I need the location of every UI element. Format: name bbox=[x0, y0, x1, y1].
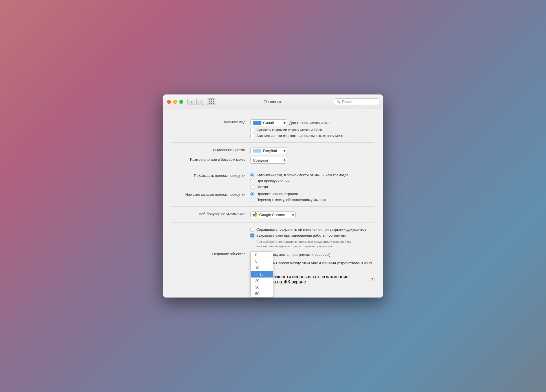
search-box[interactable]: 🔍 Поиск bbox=[334, 98, 379, 105]
browser-chevron[interactable] bbox=[292, 213, 294, 216]
chevron-up-icon bbox=[283, 149, 286, 151]
scrollbars-always-row: Всегда bbox=[250, 185, 348, 189]
dropdown-item-0[interactable]: 0 bbox=[251, 252, 273, 258]
dropdown-item-20[interactable]: 20 bbox=[251, 278, 273, 284]
appearance-section: Внешний вид: Синий Для кнопок, меню и ок… bbox=[171, 115, 375, 143]
font-smoothing-label: По возможности использовать сглаживание … bbox=[257, 274, 368, 285]
scrollbars-always-label: Всегда bbox=[256, 185, 268, 189]
appearance-select[interactable]: Синий bbox=[250, 119, 287, 126]
chevron-up-icon bbox=[283, 159, 286, 160]
dropdown-item-30[interactable]: 30 bbox=[251, 284, 273, 290]
handoff-label-spacer bbox=[171, 261, 250, 261]
recent-objects-description: (документы, программы и серверы) bbox=[270, 252, 330, 257]
scroll-click-spot-radio[interactable] bbox=[250, 198, 254, 202]
scrollbars-controls: Автоматически, в зависимости от мыши или… bbox=[250, 173, 348, 189]
dropdown-list: 0 5 10 ✓ 15 20 30 50 bbox=[250, 251, 273, 297]
ask-save-row: Спрашивать, сохранять ли изменения при з… bbox=[171, 227, 375, 248]
chrome-icon bbox=[252, 212, 257, 217]
preferences-window: ‹ › Основные 🔍 Поиск Внешний вид: bbox=[163, 94, 383, 298]
sidebar-size-controls: Средний bbox=[250, 157, 287, 164]
dropdown-item-10[interactable]: 10 bbox=[251, 265, 273, 271]
scrollbars-auto-label: Автоматически, в зависимости от мыши или… bbox=[256, 173, 348, 177]
misc-section: Спрашивать, сохранять ли изменения при з… bbox=[171, 223, 375, 270]
scroll-click-spot-label: Переход к месту, обозначенному мышью bbox=[256, 198, 326, 202]
dark-menu-row: Сделать темными строку меню и Dock bbox=[250, 128, 345, 132]
close-windows-label: Закрывать окна при завершении работы про… bbox=[256, 233, 346, 237]
titlebar: ‹ › Основные 🔍 Поиск bbox=[163, 94, 383, 109]
grid-icon bbox=[209, 99, 214, 104]
sidebar-chevron[interactable] bbox=[283, 159, 286, 162]
scrollbars-section: Показывать полосы прокрутки: Автоматичес… bbox=[171, 168, 375, 207]
scroll-click-controls: Пролистывание страниц Переход к месту, о… bbox=[250, 192, 326, 202]
appearance-label: Внешний вид: bbox=[171, 119, 250, 124]
highlight-section: Выделение цветом: Голубой Размер значков… bbox=[171, 143, 375, 168]
scrollbars-always-radio[interactable] bbox=[250, 185, 254, 189]
auto-hide-menu-label: Автоматически скрывать и показывать стро… bbox=[256, 134, 345, 138]
recent-objects-label: Недавних объектов: bbox=[171, 251, 250, 256]
chevron-up-icon bbox=[292, 213, 294, 215]
light-blue-swatch bbox=[253, 149, 261, 153]
scroll-click-page-radio[interactable] bbox=[250, 192, 254, 196]
scrollbars-auto-row: Автоматически, в зависимости от мыши или… bbox=[250, 173, 348, 177]
appearance-chevron[interactable] bbox=[283, 122, 286, 124]
search-icon: 🔍 bbox=[336, 100, 341, 104]
dark-menu-label: Сделать темными строку меню и Dock bbox=[256, 128, 322, 132]
grid-view-button[interactable] bbox=[207, 98, 216, 105]
browser-controls: Google Chrome bbox=[250, 211, 296, 218]
minimize-button[interactable] bbox=[173, 100, 177, 104]
scroll-click-label: Нажатие мышью полосы прокрутки: bbox=[171, 192, 250, 197]
close-windows-checkbox[interactable] bbox=[250, 234, 254, 237]
sidebar-size-select[interactable]: Средний bbox=[250, 157, 287, 164]
ask-save-label: Спрашивать, сохранять ли изменения при з… bbox=[256, 227, 366, 232]
sidebar-size-label: Размер значков в боковом меню: bbox=[171, 157, 250, 162]
svg-point-2 bbox=[254, 214, 256, 215]
chevron-down-icon bbox=[292, 215, 294, 216]
handoff-row: Разрешить Handoff между этим Mac и Вашим… bbox=[171, 261, 375, 265]
ask-save-checkbox[interactable] bbox=[250, 228, 254, 232]
highlight-row: Выделение цветом: Голубой bbox=[171, 147, 375, 154]
forward-button[interactable]: › bbox=[196, 99, 204, 105]
browser-section: Веб-браузер по умолчанию: Google Chrome bbox=[171, 207, 375, 223]
scrollbars-auto-radio[interactable] bbox=[250, 173, 254, 177]
highlight-label: Выделение цветом: bbox=[171, 147, 250, 152]
window-title: Основные bbox=[264, 100, 282, 104]
blue-swatch bbox=[253, 121, 261, 125]
chevron-down-icon bbox=[283, 151, 286, 152]
appearance-controls: Синий Для кнопок, меню и окон Сделать те… bbox=[250, 119, 345, 138]
back-button[interactable]: ‹ bbox=[187, 99, 195, 105]
scrollbars-row: Показывать полосы прокрутки: Автоматичес… bbox=[171, 173, 375, 189]
checkmark-icon: ✓ bbox=[255, 272, 258, 276]
appearance-description: Для кнопок, меню и окон bbox=[289, 121, 331, 125]
close-windows-checkbox-row: Закрывать окна при завершении работы про… bbox=[250, 233, 366, 237]
dropdown-item-15[interactable]: ✓ 15 bbox=[251, 271, 273, 278]
browser-label: Веб-браузер по умолчанию: bbox=[171, 211, 250, 216]
scrollbars-scroll-radio[interactable] bbox=[250, 179, 254, 183]
dropdown-item-50[interactable]: 50 bbox=[251, 290, 273, 297]
font-smoothing-row: По возможности использовать сглаживание … bbox=[171, 274, 375, 285]
chevron-down-icon bbox=[283, 160, 286, 162]
chevron-down-icon bbox=[283, 123, 286, 124]
dropdown-item-15-label: 15 bbox=[259, 272, 263, 276]
scrollbars-scroll-row: При прокручивании bbox=[250, 179, 348, 183]
dark-menu-checkbox[interactable] bbox=[250, 128, 254, 132]
search-placeholder: Поиск bbox=[342, 100, 377, 104]
help-button[interactable]: ? bbox=[370, 277, 375, 282]
highlight-value: Голубой bbox=[263, 149, 282, 153]
recent-objects-row: Недавних объектов: 15 (документы, програ… bbox=[171, 251, 375, 258]
maximize-button[interactable] bbox=[179, 100, 183, 104]
auto-hide-menu-checkbox[interactable] bbox=[250, 134, 254, 138]
content-area: Внешний вид: Синий Для кнопок, меню и ок… bbox=[163, 109, 383, 298]
browser-value: Google Chrome bbox=[259, 213, 290, 217]
appearance-value: Синий bbox=[263, 121, 282, 125]
highlight-select[interactable]: Голубой bbox=[250, 147, 287, 154]
close-button[interactable] bbox=[167, 100, 171, 104]
highlight-chevron[interactable] bbox=[283, 149, 286, 152]
browser-row: Веб-браузер по умолчанию: Google Chrome bbox=[171, 211, 375, 218]
sidebar-size-value: Средний bbox=[253, 158, 282, 162]
scrollbars-label: Показывать полосы прокрутки: bbox=[171, 173, 250, 178]
scroll-click-row: Нажатие мышью полосы прокрутки: Пролисты… bbox=[171, 192, 375, 202]
font-smoothing-label-spacer bbox=[171, 274, 250, 275]
scroll-click-page-row: Пролистывание страниц bbox=[250, 192, 326, 196]
dropdown-item-5[interactable]: 5 bbox=[251, 258, 273, 265]
browser-select[interactable]: Google Chrome bbox=[250, 211, 296, 218]
